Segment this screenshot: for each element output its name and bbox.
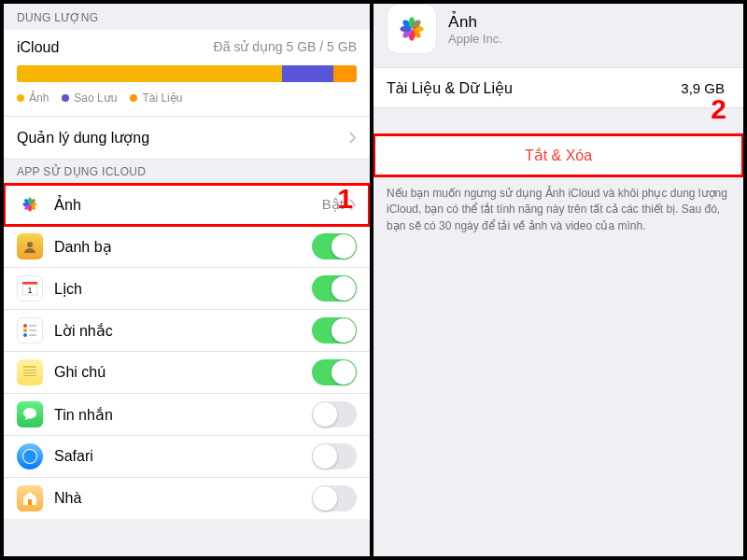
apps-list: Ảnh Bật Danh bạ 1 Lịch <box>4 184 370 519</box>
photos-label: Ảnh <box>54 196 322 214</box>
storage-bar-photos <box>17 65 282 82</box>
notes-icon <box>17 359 43 385</box>
storage-section-header: DUNG LƯỢNG <box>4 4 370 30</box>
notes-row[interactable]: Ghi chú <box>4 352 370 394</box>
documents-data-label: Tài Liệu & Dữ Liệu <box>387 79 681 97</box>
chevron-right-icon <box>349 132 357 144</box>
svg-rect-17 <box>29 334 36 336</box>
svg-rect-21 <box>23 375 36 376</box>
documents-data-row[interactable]: Tài Liệu & Dữ Liệu 3,9 GB <box>374 67 743 108</box>
svg-point-8 <box>27 242 33 247</box>
app-vendor: Apple Inc. <box>448 32 502 46</box>
svg-point-23 <box>23 450 36 463</box>
contacts-icon <box>17 233 43 259</box>
photos-icon <box>17 191 43 217</box>
safari-row[interactable]: Safari <box>4 436 370 478</box>
svg-point-12 <box>23 324 27 328</box>
svg-text:1: 1 <box>27 286 32 295</box>
reminders-label: Lời nhắc <box>54 322 312 340</box>
annotation-1: 1 <box>337 183 353 215</box>
legend-docs: Tài Liệu <box>130 91 182 105</box>
app-name: Ảnh <box>448 12 502 32</box>
messages-toggle[interactable] <box>312 401 357 427</box>
contacts-label: Danh bạ <box>54 238 312 256</box>
svg-point-13 <box>23 329 27 332</box>
storage-legend: Ảnh Sao Lưu Tài Liệu <box>4 90 370 117</box>
reminders-toggle[interactable] <box>312 317 357 343</box>
notes-toggle[interactable] <box>312 359 357 385</box>
svg-rect-19 <box>23 370 36 371</box>
disable-delete-label: Tắt & Xóa <box>525 147 592 163</box>
manage-storage-label: Quản lý dung lượng <box>17 129 349 147</box>
contacts-toggle[interactable] <box>312 233 357 259</box>
storage-bar <box>17 65 357 82</box>
svg-rect-20 <box>23 372 36 373</box>
storage-bar-docs <box>333 65 357 82</box>
storage-block: iCloud Đã sử dụng 5 GB / 5 GB Ảnh Sao Lư… <box>4 30 370 158</box>
storage-used: Đã sử dụng 5 GB / 5 GB <box>214 39 357 56</box>
home-icon <box>17 485 43 511</box>
calendar-label: Lịch <box>54 280 312 298</box>
explanation-text: Nếu bạn muốn ngưng sử dụng Ảnh iCloud và… <box>374 176 743 244</box>
safari-toggle[interactable] <box>312 443 357 469</box>
calendar-toggle[interactable] <box>312 275 357 301</box>
safari-label: Safari <box>54 448 312 465</box>
safari-icon <box>17 443 43 469</box>
storage-title: iCloud <box>17 39 59 56</box>
screenshot-frame: DUNG LƯỢNG iCloud Đã sử dụng 5 GB / 5 GB… <box>0 0 747 560</box>
legend-photos: Ảnh <box>17 91 49 105</box>
svg-point-14 <box>23 333 27 337</box>
svg-rect-24 <box>28 499 32 505</box>
reminders-icon <box>17 317 43 343</box>
annotation-2: 2 <box>711 93 726 125</box>
storage-bar-backup <box>282 65 333 82</box>
messages-label: Tin nhắn <box>54 406 312 424</box>
home-row[interactable]: Nhà <box>4 478 370 519</box>
legend-backup: Sao Lưu <box>62 91 117 105</box>
notes-label: Ghi chú <box>54 364 312 381</box>
manage-storage-row[interactable]: Quản lý dung lượng <box>4 117 370 158</box>
messages-icon <box>17 401 43 427</box>
photos-row[interactable]: Ảnh Bật <box>4 184 370 226</box>
apps-section-header: APP SỬ DỤNG ICLOUD <box>4 158 370 184</box>
disable-delete-button[interactable]: Tắt & Xóa <box>374 134 743 176</box>
icloud-storage-panel: DUNG LƯỢNG iCloud Đã sử dụng 5 GB / 5 GB… <box>4 4 374 556</box>
photos-detail-panel: Ảnh Apple Inc. Tài Liệu & Dữ Liệu 3,9 GB… <box>374 4 743 556</box>
home-label: Nhà <box>54 490 312 507</box>
photos-app-icon <box>387 4 437 54</box>
calendar-icon: 1 <box>17 275 43 301</box>
svg-rect-16 <box>29 329 36 331</box>
messages-row[interactable]: Tin nhắn <box>4 394 370 436</box>
contacts-row[interactable]: Danh bạ <box>4 226 370 268</box>
svg-rect-18 <box>23 366 36 368</box>
app-header: Ảnh Apple Inc. <box>374 4 743 67</box>
home-toggle[interactable] <box>312 485 357 511</box>
calendar-row[interactable]: 1 Lịch <box>4 268 370 310</box>
svg-rect-15 <box>29 325 36 327</box>
storage-summary: iCloud Đã sử dụng 5 GB / 5 GB <box>4 30 370 62</box>
reminders-row[interactable]: Lời nhắc <box>4 310 370 352</box>
